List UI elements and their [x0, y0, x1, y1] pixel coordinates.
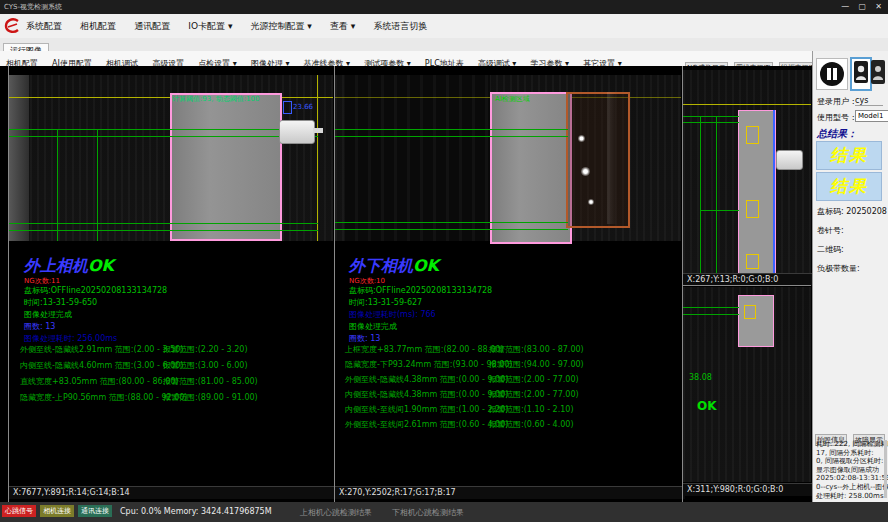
camera1-title: 外上相机OK: [24, 256, 114, 277]
camera2-spark-3: [588, 199, 594, 205]
divider-mid: [334, 66, 335, 502]
camera1-tab-connector: [279, 120, 315, 144]
camera2-measure-3: 外侧至线-隐藏线4.38mm 范围:(0.00 - 9.00): [345, 374, 508, 385]
camera1-green-line-1: [9, 129, 318, 130]
close-button[interactable]: ✕: [875, 2, 882, 11]
model-value-field[interactable]: Model1: [855, 110, 888, 122]
reel-barcode-label: 盘标码: 20250208: [817, 206, 887, 217]
maximize-button[interactable]: ▢: [859, 2, 867, 11]
camera2-dark-band: [345, 75, 490, 241]
camera2-measure-2: 隐藏宽度-下P93.24mm 范围:(93.00 - 98.00): [345, 359, 512, 370]
camera2-process-time: 图像处理耗时(ms): 766: [349, 309, 436, 320]
camera3-marker-box-2: [746, 200, 759, 218]
camera2-pixel-readout: X:270,Y:2502;R:17;G:17;B:17: [335, 486, 685, 499]
menu-system-config[interactable]: 系统配置: [26, 21, 62, 31]
camera1-green-vline-1: [57, 129, 58, 241]
camera2-image[interactable]: AI检测区域: [335, 75, 681, 241]
lower-camera-heartbeat-status: 下相机心跳检测结果: [392, 507, 464, 518]
pause-button[interactable]: [816, 58, 848, 90]
login-user-label: 登录用户：: [817, 96, 857, 107]
camera3-yellow-line: [683, 104, 811, 105]
camera1-barcode: 盘标码:OFFline20250208133134728: [24, 285, 167, 296]
camera2-alarm-6: 报警范围:(0.60 - 4.00): [489, 419, 574, 430]
camera1-measure-3: 直线宽度+83.05mm 范围:(80.00 - 86.00): [20, 376, 178, 387]
divider-left: [8, 66, 9, 502]
camera4-ok-badge: OK: [697, 399, 717, 413]
cpu-memory-readout: Cpu: 0.0% Memory: 3424.41796875M: [120, 507, 272, 516]
stats-log: 耗时: 222, 间隔检测耗时: 17, 间隔分系耗时: 0, 间隔视取分区耗时…: [816, 440, 882, 500]
camera2-alarm-5: 报警范围:(1.10 - 2.10): [489, 404, 574, 415]
camera1-green-vline-2: [97, 129, 98, 241]
divider-right: [682, 66, 683, 502]
window-controls: — ▢ ✕: [834, 0, 882, 14]
title-bar: CYS-视觉检测系统 — ▢ ✕: [0, 0, 888, 14]
camera3-green-line-1: [683, 116, 739, 117]
right-panel-divider: [683, 285, 811, 286]
camera3-green-vline-2: [716, 116, 717, 273]
tape-count-label: 负极带数量:: [817, 263, 860, 274]
menu-view[interactable]: 查看 ▾: [330, 21, 355, 31]
login-user-value[interactable]: cys: [855, 96, 883, 106]
camera3-image[interactable]: [683, 70, 811, 273]
camera2-spark-2: [581, 167, 590, 176]
camera1-connector-tail: [313, 128, 323, 133]
menu-light-config[interactable]: 光源控制配置 ▾: [251, 21, 312, 31]
heartbeat-indicator: 心跳信号: [2, 505, 36, 517]
stats-line-6: 0--cys--外上相机--图像: [816, 483, 882, 492]
camera2-measure-1: 上框宽度+83.77mm 范围:(82.00 - 88.00): [345, 344, 503, 355]
main-view-area: 计算阈值:93, 动态阈值:100 23.66 外上相机OK NG次数:11 盘…: [0, 66, 812, 502]
user-switch-button[interactable]: [871, 60, 885, 84]
camera2-spark-1: [578, 135, 585, 142]
camera1-edge-band: [9, 75, 29, 241]
window-title: CYS-视觉检测系统: [4, 0, 62, 14]
camera4-marker-box: [744, 305, 756, 319]
camera1-image[interactable]: 计算阈值:93, 动态阈值:100 23.66: [9, 75, 333, 241]
camera1-title-text: 外上相机: [24, 256, 88, 275]
camera4-image[interactable]: 38.08 OK: [683, 287, 811, 482]
camera1-alarm-3: 报警范围:(81.00 - 85.00): [163, 376, 258, 387]
camera2-loop-count: 圈数: 13: [349, 333, 380, 344]
camera2-highlight: [607, 92, 617, 224]
camera2-measure-4: 内侧至线-隐藏线4.38mm 范围:(0.00 - 9.00): [345, 389, 508, 400]
camera2-measure-5: 内侧至线-至线间1.90mm 范围:(1.00 - 2.20): [345, 404, 508, 415]
camera1-loop-count: 圈数: 13: [24, 321, 55, 332]
app-logo-icon: [4, 17, 22, 35]
stats-line-7: 处理耗时: 258.00ms: [816, 492, 882, 501]
result-display-1: 结果: [816, 141, 882, 170]
stats-line-4: 显示图像取间隔成功: [816, 466, 882, 475]
result-display-2: 结果: [816, 172, 882, 201]
camera1-blue-marker-box: [283, 101, 292, 114]
minimize-button[interactable]: —: [841, 2, 849, 11]
menu-camera-config[interactable]: 相机配置: [80, 21, 116, 31]
camera4-green-line-1: [683, 307, 739, 308]
model-label: 使用型号：: [817, 112, 857, 123]
menu-language-switch[interactable]: 系统语言切换: [373, 21, 427, 31]
camera-connection-indicator: 相机连接: [40, 505, 74, 517]
operator-icon: [854, 61, 868, 83]
camera2-alarm-2: 报警范围:(94.00 - 97.00): [489, 359, 584, 370]
upper-camera-heartbeat-status: 上相机心跳检测结果: [300, 507, 372, 518]
stats-line-5: 2025:02:08-13:31:59:65: [816, 474, 882, 483]
camera4-measure-value: 38.08: [689, 373, 712, 382]
camera1-process-time: 图像处理耗时: 256.00ms: [24, 333, 117, 344]
camera2-measure-6: 外侧至线-至线间2.61mm 范围:(0.60 - 4.00): [345, 419, 508, 430]
camera1-pixel-readout: X:7677,Y:891;R:14;G:14;B:14: [9, 486, 337, 499]
camera1-threshold-overlay: 计算阈值:93, 动态阈值:100: [172, 94, 259, 104]
operator-mode-button[interactable]: [850, 57, 872, 91]
camera1-alarm-4: 报警范围:(89.00 - 91.00): [163, 392, 258, 403]
camera1-foil-region: [170, 93, 282, 241]
camera1-measure-1: 外侧至线-隐藏线2.91mm 范围:(2.00 - 3.50): [20, 344, 183, 355]
camera2-ok-badge: OK: [413, 256, 439, 275]
camera3-green-vline-1: [700, 116, 701, 273]
stats-line-3: 0, 间隔视取分区耗时:: [816, 457, 882, 466]
camera2-time: 时间:13-31-59-627: [349, 297, 422, 308]
menu-comm-config[interactable]: 通讯配置: [134, 21, 170, 31]
stats-scrollbar[interactable]: [884, 440, 887, 498]
camera2-title-text: 外下相机: [349, 256, 413, 275]
user-icon: [871, 60, 885, 84]
menu-io-config[interactable]: IO卡配置 ▾: [188, 21, 232, 31]
camera2-green-line-4: [335, 229, 568, 230]
camera3-green-line-2: [683, 122, 739, 123]
camera1-green-line-4: [9, 230, 318, 231]
camera1-green-line-3: [9, 223, 318, 224]
